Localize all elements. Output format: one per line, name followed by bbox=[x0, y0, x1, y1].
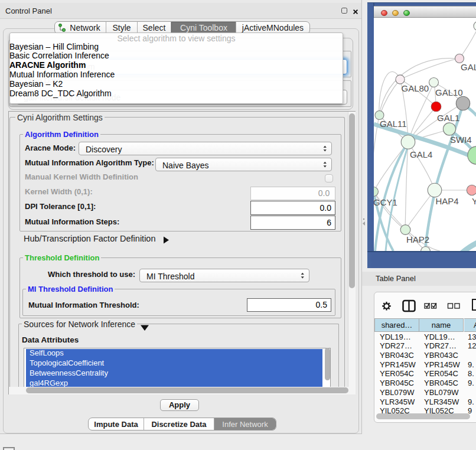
svg-text:GAL4: GAL4 bbox=[410, 149, 432, 159]
svg-text:GAL1: GAL1 bbox=[437, 113, 459, 123]
svg-text:GAL11: GAL11 bbox=[380, 119, 407, 129]
svg-text:GAL80: GAL80 bbox=[402, 83, 429, 93]
svg-text:SWI4: SWI4 bbox=[450, 135, 472, 145]
svg-text:HAP4: HAP4 bbox=[436, 196, 459, 206]
svg-text:Y: Y bbox=[472, 196, 476, 206]
svg-text:GCY1: GCY1 bbox=[374, 197, 397, 207]
svg-text:GAL10: GAL10 bbox=[435, 87, 463, 97]
svg-text:GAL7: GAL7 bbox=[461, 62, 476, 72]
svg-text:HAP2: HAP2 bbox=[406, 234, 429, 244]
